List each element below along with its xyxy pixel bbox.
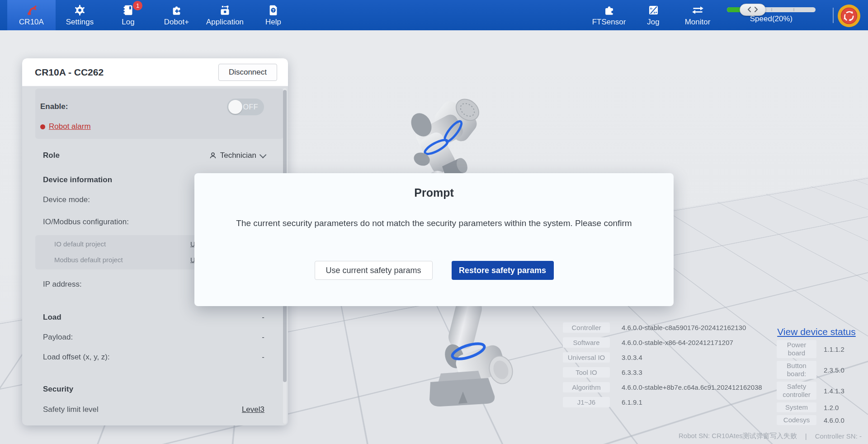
nav-item-ftsensor[interactable]: FTSensor bbox=[587, 0, 631, 30]
table-row: Software 4.6.0.0-stable-x86-64-202412171… bbox=[563, 335, 762, 350]
dialog-message: The current security parameters do not m… bbox=[194, 218, 674, 228]
load-value: - bbox=[262, 313, 264, 322]
version-label: Tool IO bbox=[563, 367, 610, 378]
load-row: Load - bbox=[43, 313, 264, 322]
robot-base bbox=[429, 294, 516, 406]
version-value: 3.0.3.4 bbox=[622, 354, 642, 361]
ip-address-label: IP address: bbox=[43, 280, 82, 289]
serial-status-bar: Robot SN: CR10Ates测试弹窗写入失败 | Controller … bbox=[679, 432, 862, 440]
role-value-label: Technician bbox=[220, 151, 256, 160]
nav-item-label: Application bbox=[206, 18, 244, 27]
table-row: Controller 4.6.0.0-stable-c8a590176-2024… bbox=[563, 320, 762, 335]
nav-divider bbox=[833, 8, 834, 23]
payload-value: - bbox=[262, 333, 264, 342]
status-label: Safety controller bbox=[777, 382, 816, 400]
puzzle-plus-icon bbox=[170, 4, 184, 16]
restore-safety-params-button[interactable]: Restore safety params bbox=[452, 261, 554, 280]
dialog-title: Prompt bbox=[194, 186, 674, 199]
role-selector[interactable]: Technician bbox=[209, 151, 264, 160]
table-row: Tool IO 6.3.3.3 bbox=[563, 365, 762, 380]
status-value: 1.4.1.3 bbox=[824, 387, 844, 395]
svg-text:x-: x- bbox=[650, 6, 653, 10]
robot-alarm-link[interactable]: Robot alarm bbox=[40, 122, 91, 131]
status-separator: | bbox=[805, 432, 807, 440]
safety-limit-row: Safety limit level Level3 bbox=[43, 405, 264, 414]
prompt-dialog: Prompt The current security parameters d… bbox=[194, 173, 674, 306]
nav-item-label: Settings bbox=[66, 18, 94, 27]
version-label: Software bbox=[563, 337, 610, 348]
nav-item-label: CR10A bbox=[19, 18, 44, 27]
status-value: 1.1.1.2 bbox=[824, 345, 844, 353]
alarm-dot-icon bbox=[40, 124, 45, 129]
safety-limit-label: Safety limit level bbox=[43, 405, 99, 414]
robot-alarm-label: Robot alarm bbox=[49, 122, 91, 131]
emergency-stop-icon bbox=[837, 4, 861, 28]
security-heading: Security bbox=[43, 385, 73, 394]
status-label: System bbox=[777, 402, 816, 412]
safety-limit-level-link[interactable]: Level3 bbox=[242, 405, 264, 414]
log-badge: 1 bbox=[133, 1, 142, 10]
load-offset-row: Load offset (x, y, z): - bbox=[43, 353, 264, 362]
enable-toggle[interactable]: OFF bbox=[227, 99, 264, 115]
version-value: 4.6.0.0-stable-x86-64-202412171207 bbox=[622, 339, 733, 346]
emergency-stop-button[interactable] bbox=[837, 4, 861, 28]
io-default-label: IO default project bbox=[54, 240, 106, 248]
use-current-safety-params-button[interactable]: Use current safety params bbox=[315, 261, 433, 280]
view-device-status-link[interactable]: View device status bbox=[769, 326, 864, 337]
speed-tick bbox=[793, 8, 794, 11]
speed-slider-handle[interactable] bbox=[740, 4, 766, 16]
nav-item-label: FTSensor bbox=[592, 18, 626, 27]
svg-text:x+: x+ bbox=[653, 10, 657, 14]
table-row: Button board: 2.3.5.0 bbox=[769, 361, 864, 379]
nav-item-cr10a[interactable]: CR10A bbox=[7, 0, 56, 30]
device-panel-title: CR10A - CC262 bbox=[35, 67, 104, 78]
monitor-arrows-icon bbox=[691, 4, 704, 16]
nav-item-dobot-plus[interactable]: Dobot+ bbox=[152, 0, 201, 30]
status-value: 4.6.0.0 bbox=[824, 416, 844, 424]
nav-item-log[interactable]: Log 1 bbox=[104, 0, 152, 30]
table-row: System 1.2.0 bbox=[769, 402, 864, 412]
nav-item-label: Help bbox=[265, 18, 281, 27]
status-value: 2.3.5.0 bbox=[824, 366, 844, 374]
slider-arrows-icon bbox=[747, 7, 759, 12]
version-value: 6.3.3.3 bbox=[622, 368, 642, 376]
nav-item-help[interactable]: ? Help bbox=[249, 0, 297, 30]
robot-sn-text: Robot SN: CR10Ates测试弹窗写入失败 bbox=[679, 432, 797, 440]
controller-sn-text: Controller SN: - bbox=[815, 432, 862, 440]
nav-item-settings[interactable]: Settings bbox=[56, 0, 104, 30]
version-label: Controller bbox=[563, 322, 610, 333]
device-info-heading: Device information bbox=[43, 175, 112, 184]
disconnect-button[interactable]: Disconnect bbox=[218, 64, 277, 81]
device-status-table: View device status Power board 1.1.1.2 B… bbox=[769, 326, 864, 428]
version-label: J1~J6 bbox=[563, 397, 610, 407]
nav-item-label: Monitor bbox=[685, 18, 711, 27]
version-value: 4.6.0.0-stable+8b7e.c64a.6c91.2024121620… bbox=[622, 383, 762, 391]
nav-item-label: Jog bbox=[647, 18, 659, 27]
application-icon bbox=[218, 4, 232, 16]
io-modbus-label: IO/Modbus configuration: bbox=[43, 217, 129, 227]
version-info-table: Controller 4.6.0.0-stable-c8a590176-2024… bbox=[563, 320, 762, 410]
robot-alarm-row: Robot alarm bbox=[40, 122, 264, 131]
version-label: Universal IO bbox=[563, 352, 610, 363]
role-row: Role Technician bbox=[43, 151, 264, 160]
speed-slider[interactable] bbox=[727, 7, 816, 12]
jog-icon: x- x+ bbox=[646, 4, 660, 16]
load-offset-label: Load offset (x, y, z): bbox=[43, 353, 110, 362]
load-heading: Load bbox=[43, 313, 61, 322]
role-label: Role bbox=[43, 151, 60, 160]
table-row: Power board 1.1.1.2 bbox=[769, 340, 864, 358]
table-row: Codesys 4.6.0.0 bbox=[769, 415, 864, 425]
gear-icon bbox=[73, 4, 87, 16]
nav-left-group: CR10A bbox=[7, 0, 297, 30]
payload-label: Payload: bbox=[43, 333, 73, 342]
device-panel-header: CR10A - CC262 Disconnect bbox=[22, 58, 288, 86]
nav-right-group: FTSensor x- x+ Jog bbox=[587, 0, 720, 30]
enable-label: Enable: bbox=[40, 102, 68, 111]
chevron-down-icon bbox=[259, 151, 267, 158]
nav-item-application[interactable]: Application bbox=[201, 0, 249, 30]
top-nav: CR10A bbox=[0, 0, 868, 30]
table-row: Safety controller 1.4.1.3 bbox=[769, 382, 864, 400]
device-mode-label: Device mode: bbox=[43, 195, 90, 204]
nav-item-jog[interactable]: x- x+ Jog bbox=[631, 0, 675, 30]
nav-item-monitor[interactable]: Monitor bbox=[675, 0, 720, 30]
